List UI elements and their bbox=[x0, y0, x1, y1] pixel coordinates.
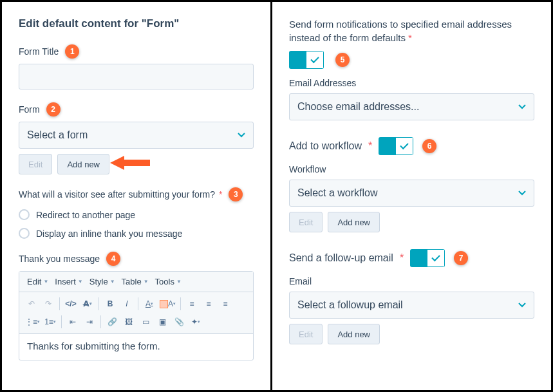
annotation-5: 5 bbox=[335, 53, 350, 67]
rte-menubar: Edit▼ Insert▼ Style▼ Table▼ Tools▼ bbox=[19, 272, 253, 292]
required-asterisk: * bbox=[368, 140, 372, 152]
rte-menu-style[interactable]: Style▼ bbox=[87, 275, 118, 288]
email-addresses-select[interactable]: Choose email addresses... bbox=[289, 93, 534, 120]
radio-icon bbox=[19, 228, 30, 239]
separator bbox=[138, 297, 138, 310]
after-submit-label: What will a visitor see after submitting… bbox=[19, 187, 254, 201]
workflow-select[interactable]: Select a workflow bbox=[289, 180, 534, 207]
form-title-label: Form Title 1 bbox=[19, 44, 254, 59]
thank-you-group: Thank you message 4 Edit▼ Insert▼ Style▼… bbox=[19, 252, 254, 360]
followup-edit-button: Edit bbox=[289, 324, 323, 344]
rte-menu-table[interactable]: Table▼ bbox=[119, 275, 151, 288]
radio-inline-thankyou[interactable]: Display an inline thank you message bbox=[19, 228, 254, 239]
workflow-add-new-button[interactable]: Add new bbox=[328, 212, 380, 232]
thank-you-label: Thank you message 4 bbox=[19, 252, 254, 266]
required-asterisk: * bbox=[408, 32, 412, 43]
separator bbox=[61, 315, 62, 328]
annotation-1: 1 bbox=[65, 44, 79, 59]
form-select[interactable]: Select a form bbox=[19, 122, 254, 149]
form-title-input[interactable] bbox=[19, 64, 254, 89]
video-icon[interactable]: ▭ bbox=[137, 314, 154, 330]
rte-toolbars: ↶ ↷ </> A̶▾ B I A▾ A▾ ≡ ≡ ≡ bbox=[19, 292, 253, 334]
redo-icon[interactable]: ↷ bbox=[40, 296, 57, 312]
annotation-arrow bbox=[110, 156, 150, 170]
after-submit-group: What will a visitor see after submitting… bbox=[19, 187, 254, 239]
form-label: Form 2 bbox=[19, 102, 254, 117]
form-title-group: Form Title 1 bbox=[19, 44, 254, 89]
rich-text-editor: Edit▼ Insert▼ Style▼ Table▼ Tools▼ ↶ ↷ <… bbox=[19, 271, 254, 360]
split-frame: Edit default content for "Form" Form Tit… bbox=[0, 0, 553, 392]
indent-icon[interactable]: ⇥ bbox=[81, 314, 98, 330]
notify-label: Send form notifications to specified ema… bbox=[289, 17, 534, 44]
followup-email-select[interactable]: Select a followup email bbox=[289, 292, 534, 319]
source-code-icon[interactable]: </> bbox=[62, 296, 79, 312]
chevron-down-icon bbox=[518, 189, 526, 197]
check-icon bbox=[400, 141, 408, 149]
link-icon[interactable]: 🔗 bbox=[104, 314, 120, 330]
outdent-icon[interactable]: ⇤ bbox=[64, 314, 81, 330]
workflow-label: Workflow bbox=[289, 164, 534, 174]
clear-format-icon[interactable]: A̶▾ bbox=[79, 296, 96, 312]
bg-color-icon[interactable]: A▾ bbox=[158, 296, 178, 312]
followup-toggle-label: Send a follow-up email bbox=[289, 252, 393, 264]
panel-heading: Edit default content for "Form" bbox=[19, 17, 254, 30]
email-addresses-group: Email Addresses Choose email addresses..… bbox=[289, 78, 534, 120]
radio-icon bbox=[19, 209, 30, 220]
text-color-icon[interactable]: A▾ bbox=[141, 296, 158, 312]
separator bbox=[180, 297, 181, 310]
left-panel: Edit default content for "Form" Form Tit… bbox=[2, 2, 272, 390]
align-right-icon[interactable]: ≡ bbox=[217, 296, 234, 312]
email-addresses-label: Email Addresses bbox=[289, 78, 534, 88]
workflow-edit-button: Edit bbox=[289, 212, 323, 232]
followup-toggle[interactable] bbox=[410, 249, 445, 267]
bold-icon[interactable]: B bbox=[102, 296, 118, 312]
required-asterisk: * bbox=[219, 189, 222, 200]
separator bbox=[100, 315, 101, 328]
rte-menu-insert[interactable]: Insert▼ bbox=[52, 275, 85, 288]
chevron-down-icon bbox=[518, 103, 526, 111]
rte-content[interactable]: Thanks for submitting the form. bbox=[19, 334, 253, 360]
embed-icon[interactable]: ▣ bbox=[154, 314, 171, 330]
more-icon[interactable]: ✦▾ bbox=[187, 314, 204, 330]
bullet-list-icon[interactable]: ⋮≡▾ bbox=[23, 314, 42, 330]
workflow-toggle-label: Add to workflow bbox=[289, 140, 362, 152]
italic-icon[interactable]: I bbox=[118, 296, 135, 312]
chevron-down-icon bbox=[518, 301, 526, 309]
annotation-6: 6 bbox=[422, 139, 436, 153]
rte-menu-edit[interactable]: Edit▼ bbox=[24, 275, 51, 288]
annotation-4: 4 bbox=[106, 252, 120, 266]
followup-add-new-button[interactable]: Add new bbox=[328, 324, 380, 344]
radio-redirect[interactable]: Redirect to another page bbox=[19, 209, 254, 220]
annotation-7: 7 bbox=[454, 251, 468, 265]
workflow-toggle[interactable] bbox=[379, 137, 413, 155]
form-edit-button: Edit bbox=[19, 154, 52, 174]
separator bbox=[98, 297, 99, 310]
workflow-group: Workflow Select a workflow Edit Add new bbox=[289, 164, 534, 232]
align-center-icon[interactable]: ≡ bbox=[200, 296, 217, 312]
check-icon bbox=[310, 55, 319, 63]
annotation-3: 3 bbox=[229, 187, 243, 201]
notify-toggle[interactable] bbox=[289, 51, 324, 69]
align-left-icon[interactable]: ≡ bbox=[183, 296, 200, 312]
right-panel: Send form notifications to specified ema… bbox=[272, 2, 551, 390]
separator bbox=[59, 297, 60, 310]
annotation-2: 2 bbox=[46, 102, 61, 117]
email-followup-group: Email Select a followup email Edit Add n… bbox=[289, 276, 534, 344]
rte-menu-tools[interactable]: Tools▼ bbox=[153, 275, 184, 288]
cta-icon[interactable]: 📎 bbox=[171, 314, 187, 330]
image-icon[interactable]: 🖼 bbox=[120, 314, 137, 330]
check-icon bbox=[431, 253, 440, 261]
number-list-icon[interactable]: 1≡▾ bbox=[42, 314, 59, 330]
required-asterisk: * bbox=[400, 252, 404, 264]
chevron-down-icon bbox=[238, 131, 245, 139]
followup-email-label: Email bbox=[289, 276, 534, 286]
form-add-new-button[interactable]: Add new bbox=[57, 154, 109, 174]
undo-icon[interactable]: ↶ bbox=[23, 296, 40, 312]
